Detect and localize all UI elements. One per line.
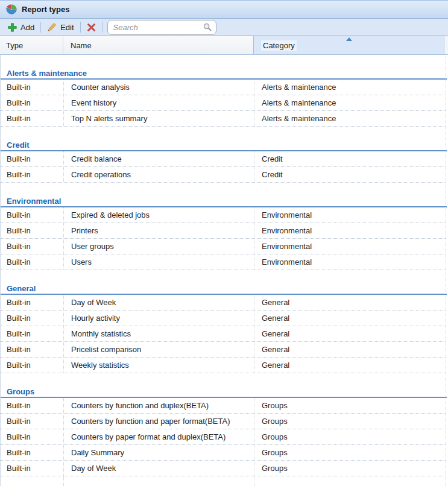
window-title: Report types: [22, 5, 69, 14]
cell-name: Day of Week: [64, 461, 254, 476]
toolbar: Add Edit: [0, 19, 448, 36]
cell-category: Environmental: [254, 223, 446, 238]
cell-name: Expired & deleted jobs: [64, 207, 254, 222]
cell-category: Alerts & maintenance: [254, 111, 446, 126]
cell-type: Built-in: [1, 398, 64, 413]
cell-type: Built-in: [1, 358, 64, 373]
cell-name: Day of Week: [64, 295, 254, 310]
cell-type: Built-in: [1, 167, 64, 182]
add-button[interactable]: Add: [4, 20, 39, 34]
cell-name: Top N alerts summary: [64, 111, 254, 126]
group-header: Credit: [1, 139, 447, 151]
table-row[interactable]: Built-inWeekly statisticsGeneral: [1, 358, 446, 373]
table-row[interactable]: Built-inUser groupsEnvironmental: [1, 239, 446, 254]
column-header-type[interactable]: Type: [0, 36, 63, 54]
title-bar: Report types: [0, 0, 448, 19]
cell-category: General: [254, 358, 446, 373]
edit-button-label: Edit: [60, 23, 74, 32]
cell-name: Counter analysis: [64, 80, 254, 95]
grid-body: Alerts & maintenanceBuilt-inCounter anal…: [0, 55, 448, 486]
cell-category: Alerts & maintenance: [254, 95, 446, 110]
cell-type: Built-in: [1, 445, 64, 460]
group-gap: [1, 55, 448, 68]
header-filler: [444, 36, 448, 54]
cell-name: Users: [64, 254, 254, 270]
cell-type: Built-in: [1, 254, 64, 270]
pie-chart-icon: [6, 4, 17, 15]
table-row[interactable]: Built-inHourly activityGeneral: [1, 311, 446, 326]
cell-name: Counters by function and duplex(BETA): [64, 398, 254, 413]
table-row[interactable]: Built-inCredit operationsCredit: [1, 167, 446, 183]
cell-name: Counters by function and paper format(BE…: [64, 414, 254, 429]
add-button-label: Add: [21, 23, 34, 32]
cell-name: Event history: [64, 95, 254, 110]
cell-category: General: [254, 311, 446, 326]
group-gap: [1, 270, 448, 283]
table-row[interactable]: Built-inPricelist comparisonGeneral: [1, 342, 446, 358]
group-header: General: [1, 283, 447, 295]
group-header: Groups: [1, 386, 447, 398]
table-row[interactable]: Built-inTop N alerts summaryAlerts & mai…: [1, 111, 446, 127]
group-gap: [1, 183, 448, 195]
group-gap: [1, 373, 448, 386]
report-types-window: Report types Add Edit: [0, 0, 448, 486]
delete-button[interactable]: [83, 20, 100, 34]
cell-category: General: [254, 342, 446, 357]
table-row[interactable]: Built-inDay of WeekGroups: [1, 461, 446, 476]
cell-name: User groups: [64, 239, 254, 254]
group-header: Alerts & maintenance: [1, 68, 447, 80]
cell-name: Counters by paper format and duplex(BETA…: [64, 429, 254, 444]
cell-type: Built-in: [1, 295, 64, 310]
cell-name: Printers: [64, 223, 254, 238]
cell-category: Environmental: [254, 239, 446, 254]
toolbar-separator: [102, 22, 103, 33]
group-gap: [1, 127, 448, 139]
column-header-name[interactable]: Name: [63, 36, 254, 54]
cell-category: Groups: [254, 445, 446, 460]
cell-type: Built-in: [1, 461, 64, 476]
toolbar-separator: [80, 22, 81, 33]
table-row[interactable]: Built-inExpired & deleted jobsEnvironmen…: [1, 207, 446, 223]
table-row[interactable]: Built-inPrintersEnvironmental: [1, 223, 446, 239]
table-row-partial: [1, 476, 446, 486]
cell-name: Daily Summary: [64, 445, 254, 460]
cell-type: Built-in: [1, 239, 64, 254]
cell-type: Built-in: [1, 429, 64, 444]
cell-type: Built-in: [1, 342, 64, 357]
table-row[interactable]: Built-inCredit balanceCredit: [1, 151, 446, 167]
cell-category: Groups: [254, 429, 446, 444]
cell-category: Groups: [254, 461, 446, 476]
column-header-category[interactable]: Category: [253, 36, 444, 54]
table-row[interactable]: Built-inDay of WeekGeneral: [1, 295, 446, 311]
plus-icon: [8, 23, 17, 32]
cell-name: Weekly statistics: [64, 358, 254, 373]
edit-button[interactable]: Edit: [43, 20, 78, 34]
search-input[interactable]: [107, 20, 216, 35]
cell-type: Built-in: [1, 326, 64, 341]
cell-type: [1, 476, 64, 486]
cell-category: [254, 476, 446, 486]
cell-name: Monthly statistics: [64, 326, 254, 341]
table-row[interactable]: Built-inUsersEnvironmental: [1, 254, 446, 270]
table-row[interactable]: Built-inCounters by function and duplex(…: [1, 398, 446, 414]
cell-type: Built-in: [1, 311, 64, 326]
cell-category: General: [254, 295, 446, 310]
table-row[interactable]: Built-inMonthly statisticsGeneral: [1, 326, 446, 342]
cell-category: Credit: [254, 167, 446, 182]
table-row[interactable]: Built-inCounters by function and paper f…: [1, 414, 446, 429]
sort-ascending-icon: [346, 37, 352, 41]
group-header: Environmental: [1, 195, 447, 207]
grid-header: Type Name Category: [0, 36, 448, 55]
table-row[interactable]: Built-inDaily SummaryGroups: [1, 445, 446, 461]
table-row[interactable]: Built-inCounters by paper format and dup…: [1, 429, 446, 445]
table-row[interactable]: Built-inEvent historyAlerts & maintenanc…: [1, 95, 446, 111]
cell-name: [64, 476, 254, 486]
cell-category: Alerts & maintenance: [254, 80, 446, 95]
cell-name: Pricelist comparison: [64, 342, 254, 357]
cell-type: Built-in: [1, 223, 64, 238]
cell-category: Environmental: [254, 254, 446, 270]
table-row[interactable]: Built-inCounter analysisAlerts & mainten…: [1, 80, 446, 95]
cell-type: Built-in: [1, 111, 64, 126]
column-header-category-label: Category: [261, 40, 297, 51]
cell-category: Environmental: [254, 207, 446, 222]
